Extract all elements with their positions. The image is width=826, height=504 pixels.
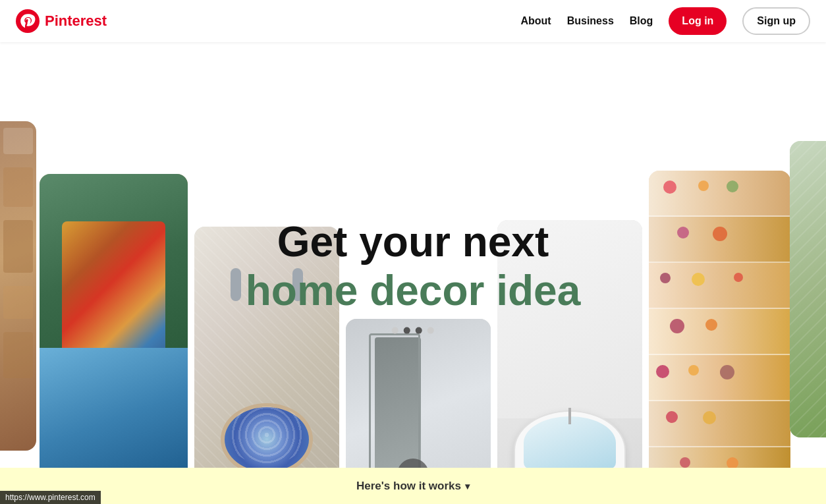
how-it-works-label: Here's how it works — [356, 480, 461, 492]
logo-text: Pinterest — [45, 13, 107, 30]
nav-about[interactable]: About — [520, 15, 551, 27]
image-collage — [0, 42, 826, 504]
main-nav: About Business Blog Log in Sign up — [520, 7, 810, 35]
image-card-left — [40, 174, 188, 490]
image-card-far-right — [790, 141, 826, 437]
pinterest-logo-icon — [16, 9, 40, 33]
how-it-works-banner[interactable]: Here's how it works▾ — [0, 468, 826, 504]
image-card-center-left — [194, 227, 339, 503]
header: Pinterest About Business Blog Log in Sig… — [0, 0, 826, 42]
image-card-far-left — [0, 121, 36, 451]
login-button[interactable]: Log in — [669, 7, 727, 35]
nav-business[interactable]: Business — [567, 15, 614, 27]
status-bar: https://www.pinterest.com — [0, 491, 101, 504]
nav-blog[interactable]: Blog — [630, 15, 653, 27]
logo[interactable]: Pinterest — [16, 9, 107, 33]
how-it-works-text[interactable]: Here's how it works▾ — [356, 480, 470, 493]
chevron-down-icon: ▾ — [465, 481, 470, 491]
image-card-right — [649, 171, 790, 500]
signup-button[interactable]: Sign up — [742, 7, 810, 35]
hero-section: Get your next home decor idea ⌄ — [0, 42, 826, 504]
svg-point-0 — [16, 9, 40, 33]
image-card-center-right — [497, 220, 642, 503]
status-url: https://www.pinterest.com — [5, 493, 96, 502]
